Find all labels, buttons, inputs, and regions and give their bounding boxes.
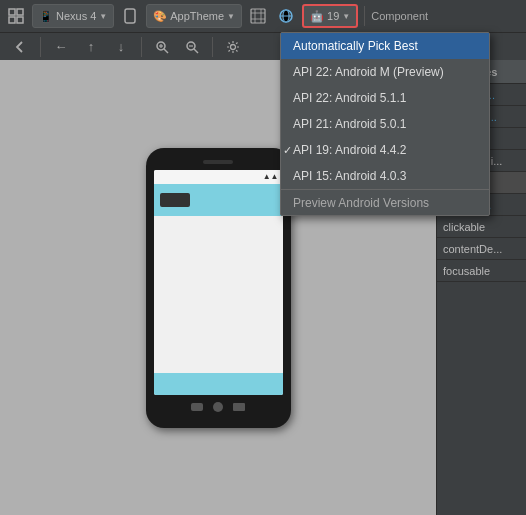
phone-signal-icon: ▲▲ — [263, 172, 279, 181]
top-toolbar: 📱 Nexus 4 ▼ 🎨 AppTheme ▼ 🤖 — [0, 0, 526, 32]
apptheme-selector-btn[interactable]: 🎨 AppTheme ▼ — [146, 4, 242, 28]
svg-line-14 — [164, 49, 168, 53]
orientation-icon-btn[interactable] — [118, 4, 142, 28]
zoom-out-icon-btn[interactable] — [180, 35, 204, 59]
svg-line-18 — [194, 49, 198, 53]
svg-rect-1 — [17, 9, 23, 15]
dropdown-item-auto[interactable]: Automatically Pick Best — [281, 33, 489, 59]
dropdown-item-api19[interactable]: ✓API 19: Android 4.4.2 — [281, 137, 489, 163]
api-chevron: ▼ — [342, 12, 350, 21]
dropdown-item-preview[interactable]: Preview Android Versions — [281, 189, 489, 215]
apptheme-label: AppTheme — [170, 10, 224, 22]
zoom-in-icon-btn[interactable] — [150, 35, 174, 59]
phone-content-area — [154, 216, 283, 373]
back-icon-btn[interactable] — [8, 35, 32, 59]
phone-bottom-bar — [154, 373, 283, 395]
layout-icon-btn[interactable] — [4, 4, 28, 28]
dropdown-item-api22[interactable]: API 22: Android 5.1.1 — [281, 85, 489, 111]
phone-nav-recent — [233, 403, 245, 411]
svg-rect-2 — [9, 17, 15, 23]
device-label: Nexus 4 — [56, 10, 96, 22]
arrow-left-icon-btn[interactable]: ← — [49, 35, 73, 59]
api-icon: 🤖 — [310, 10, 324, 23]
device-chevron: ▼ — [99, 12, 107, 21]
dropdown-item-api21[interactable]: API 21: Android 5.0.1 — [281, 111, 489, 137]
toolbar2-sep1 — [40, 37, 41, 57]
svg-rect-0 — [9, 9, 15, 15]
apptheme-icon: 🎨 — [153, 10, 167, 23]
nexus-icon: 📱 — [39, 10, 53, 23]
props-item-focusable[interactable]: focusable — [437, 260, 526, 282]
phone-app-bar — [154, 184, 283, 216]
svg-rect-4 — [125, 9, 135, 23]
toolbar2-sep3 — [212, 37, 213, 57]
dropdown-item-api22m[interactable]: API 22: Android M (Preview) — [281, 59, 489, 85]
phone-nav-back — [191, 403, 203, 411]
arrow-up-icon-btn[interactable]: ↑ — [79, 35, 103, 59]
props-item-clickable[interactable]: clickable — [437, 216, 526, 238]
props-item-content-desc[interactable]: contentDe... — [437, 238, 526, 260]
phone-overflow-icon — [160, 193, 190, 207]
phone-screen: ▲▲ — [154, 170, 283, 395]
phone-earpiece — [203, 160, 233, 164]
grid-icon-btn[interactable] — [246, 4, 270, 28]
apptheme-chevron: ▼ — [227, 12, 235, 21]
phone-nav-home — [213, 402, 223, 412]
arrow-down-icon-btn[interactable]: ↓ — [109, 35, 133, 59]
api-label: 19 — [327, 10, 339, 22]
settings-icon-btn[interactable] — [221, 35, 245, 59]
phone-mockup: ▲▲ — [146, 148, 291, 428]
device-selector-btn[interactable]: 📱 Nexus 4 ▼ — [32, 4, 114, 28]
svg-point-20 — [231, 44, 236, 49]
toolbar2-sep2 — [141, 37, 142, 57]
phone-nav-bar — [191, 398, 245, 416]
phone-status-bar: ▲▲ — [154, 170, 283, 184]
component-label: Component — [371, 10, 428, 22]
locale-icon-btn[interactable] — [274, 4, 298, 28]
svg-rect-5 — [251, 9, 265, 23]
dropdown-item-api15[interactable]: API 15: Android 4.0.3 — [281, 163, 489, 189]
svg-rect-3 — [17, 17, 23, 23]
api-dropdown-menu: Automatically Pick BestAPI 22: Android M… — [280, 32, 490, 216]
toolbar-separator — [364, 6, 365, 26]
api-selector-btn[interactable]: 🤖 19 ▼ — [302, 4, 358, 28]
